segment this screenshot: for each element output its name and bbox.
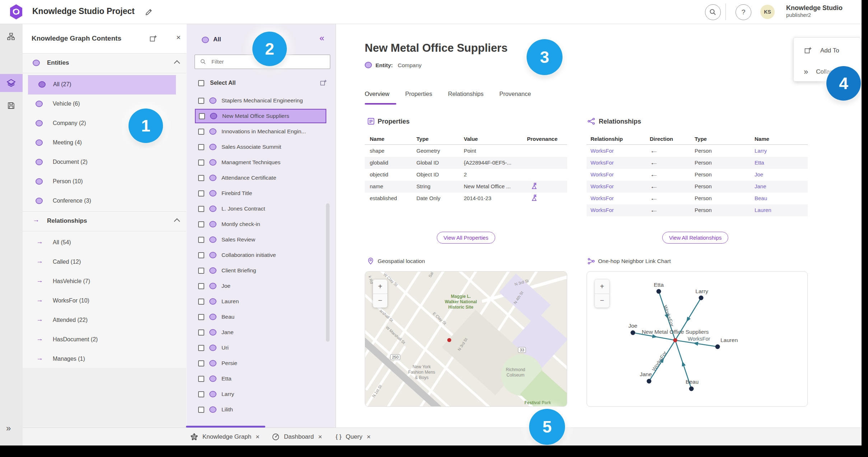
expand-rail-button[interactable]: » bbox=[6, 423, 11, 433]
map-canvas[interactable]: k RdW Clay StSalN 3rd StN 4th StMaggie L… bbox=[365, 272, 567, 406]
collapse-panel-button[interactable]: « bbox=[319, 33, 324, 43]
list-item[interactable]: Sales Review bbox=[191, 232, 331, 247]
item-checkbox[interactable] bbox=[198, 144, 204, 150]
cell-name[interactable]: Jane bbox=[755, 183, 766, 189]
table-row[interactable]: WorksFor←PersonEtta bbox=[587, 157, 808, 169]
list-item[interactable]: Sales Associate Summit bbox=[191, 140, 331, 154]
view-tab-query[interactable]: { }Query× bbox=[336, 428, 371, 446]
cell-relationship[interactable]: WorksFor bbox=[591, 171, 614, 177]
save-tool-button[interactable] bbox=[4, 98, 18, 113]
view-all-properties-button[interactable]: View All Properties bbox=[437, 232, 495, 244]
table-row[interactable]: shapeGeometryPoint bbox=[365, 145, 567, 157]
menu-item-add-to[interactable]: Add To bbox=[804, 46, 839, 55]
relationships-section-header[interactable]: → Relationships bbox=[23, 211, 186, 231]
item-checkbox[interactable] bbox=[198, 283, 204, 289]
tab-properties[interactable]: Properties bbox=[405, 91, 432, 97]
link-chart-card[interactable]: WorksForWorksForWorksForEttaLarryJoeLaur… bbox=[587, 271, 808, 407]
avatar[interactable]: KS bbox=[760, 5, 775, 19]
list-item[interactable]: Beau bbox=[191, 310, 331, 324]
item-checkbox[interactable] bbox=[198, 376, 204, 382]
map-zoom-control[interactable]: + − bbox=[373, 280, 387, 308]
view-tab-knowledge-graph[interactable]: Knowledge Graph× bbox=[190, 428, 260, 446]
list-item[interactable]: Uri bbox=[191, 341, 331, 355]
tab-relationships[interactable]: Relationships bbox=[448, 91, 484, 97]
list-item[interactable]: Attendance Certificate bbox=[191, 171, 331, 185]
tab-provenance[interactable]: Provenance bbox=[499, 91, 531, 97]
add-to-map-button[interactable] bbox=[149, 34, 158, 43]
chart-zoom-control[interactable]: + − bbox=[595, 280, 609, 308]
sidebar-item-entity[interactable]: Document (2) bbox=[23, 153, 186, 172]
view-all-relationships-button[interactable]: View All Relationships bbox=[662, 232, 728, 244]
sidebar-item-entity[interactable]: Meeting (4) bbox=[23, 133, 186, 153]
help-button[interactable]: ? bbox=[736, 4, 751, 20]
sidebar-item-relationship[interactable]: →Attended (22) bbox=[23, 311, 186, 330]
search-button[interactable] bbox=[705, 4, 721, 20]
user-block[interactable]: Knowledge Studio publisher2 bbox=[786, 4, 843, 18]
list-item[interactable]: Larry bbox=[191, 387, 331, 401]
close-tab-icon[interactable]: × bbox=[256, 433, 260, 441]
tab-overview[interactable]: Overview bbox=[365, 91, 389, 97]
list-item[interactable]: Jane bbox=[191, 325, 331, 340]
item-checkbox[interactable] bbox=[198, 329, 204, 336]
cell-relationship[interactable]: WorksFor bbox=[591, 148, 614, 154]
table-row[interactable]: establishedDate Only2014-01-23 bbox=[365, 193, 567, 204]
item-checkbox[interactable] bbox=[198, 391, 204, 397]
table-row[interactable]: WorksFor←PersonLarry bbox=[587, 145, 808, 157]
list-item[interactable]: Persie bbox=[191, 356, 331, 370]
cell-name[interactable]: Larry bbox=[755, 148, 767, 154]
item-checkbox[interactable] bbox=[198, 129, 204, 135]
item-checkbox[interactable] bbox=[198, 314, 204, 320]
cell-relationship[interactable]: WorksFor bbox=[591, 207, 614, 213]
zoom-in-button[interactable]: + bbox=[595, 280, 609, 294]
zoom-out-button[interactable]: − bbox=[373, 294, 387, 308]
cell-relationship[interactable]: WorksFor bbox=[591, 183, 614, 189]
list-item[interactable]: Etta bbox=[191, 371, 331, 386]
chevron-up-icon[interactable] bbox=[174, 218, 180, 225]
select-all-row[interactable]: Select All bbox=[198, 77, 327, 89]
cell-name[interactable]: Beau bbox=[755, 195, 767, 201]
list-item[interactable]: New Metal Office Suppliers bbox=[195, 109, 326, 123]
contents-tool-button[interactable] bbox=[4, 76, 18, 90]
item-checkbox[interactable] bbox=[198, 98, 204, 104]
cell-name[interactable]: Etta bbox=[755, 160, 764, 166]
sidebar-item-relationship[interactable]: →Called (12) bbox=[23, 253, 186, 272]
table-row[interactable]: WorksFor←PersonJane bbox=[587, 181, 808, 193]
list-item[interactable]: Innovations in Mechanical Engin... bbox=[191, 124, 331, 139]
list-item[interactable]: Client Briefing bbox=[191, 263, 331, 278]
cell-provenance[interactable] bbox=[531, 194, 538, 202]
list-item[interactable]: Firebird Title bbox=[191, 186, 331, 200]
item-checkbox[interactable] bbox=[198, 407, 204, 413]
item-checkbox[interactable] bbox=[198, 237, 204, 243]
cell-name[interactable]: Joe bbox=[755, 171, 763, 177]
item-checkbox[interactable] bbox=[198, 360, 204, 366]
scrollbar-thumb[interactable] bbox=[326, 203, 330, 342]
item-checkbox[interactable] bbox=[198, 268, 204, 274]
schema-tool-button[interactable] bbox=[4, 29, 18, 44]
zoom-in-button[interactable]: + bbox=[373, 280, 387, 294]
entities-section-header[interactable]: Entities bbox=[23, 53, 186, 73]
sidebar-item-entity[interactable]: All (27) bbox=[28, 75, 176, 94]
geospatial-map[interactable]: k RdW Clay StSalN 3rd StN 4th StMaggie L… bbox=[365, 271, 567, 407]
sidebar-item-entity[interactable]: Vehicle (6) bbox=[23, 94, 186, 114]
sidebar-item-relationship[interactable]: →HasVehicle (7) bbox=[23, 272, 186, 291]
item-checkbox[interactable] bbox=[199, 113, 205, 119]
list-item[interactable]: Staplers Mechanical Engineering bbox=[191, 93, 331, 108]
cell-relationship[interactable]: WorksFor bbox=[591, 195, 614, 201]
list-item[interactable]: Collaboration initiative bbox=[191, 248, 331, 262]
table-row[interactable]: nameStringNew Metal Office ... bbox=[365, 181, 567, 193]
close-tab-icon[interactable]: × bbox=[367, 433, 370, 441]
item-checkbox[interactable] bbox=[198, 175, 204, 181]
list-item[interactable]: Managment Techniques bbox=[191, 155, 331, 170]
sidebar-item-relationship[interactable]: →Manages (1) bbox=[23, 350, 186, 369]
item-checkbox[interactable] bbox=[198, 345, 204, 351]
sidebar-item-relationship[interactable]: →WorksFor (10) bbox=[23, 291, 186, 311]
chevron-up-icon[interactable] bbox=[174, 60, 180, 66]
item-checkbox[interactable] bbox=[198, 221, 204, 227]
provenance-flag-icon[interactable] bbox=[531, 194, 538, 202]
item-checkbox[interactable] bbox=[198, 299, 204, 305]
item-checkbox[interactable] bbox=[198, 252, 204, 258]
table-row[interactable]: WorksFor←PersonJoe bbox=[587, 169, 808, 181]
table-row[interactable]: WorksFor←PersonLauren bbox=[587, 204, 808, 216]
close-panel-button[interactable]: × bbox=[176, 33, 181, 42]
add-selection-button[interactable] bbox=[319, 79, 327, 87]
